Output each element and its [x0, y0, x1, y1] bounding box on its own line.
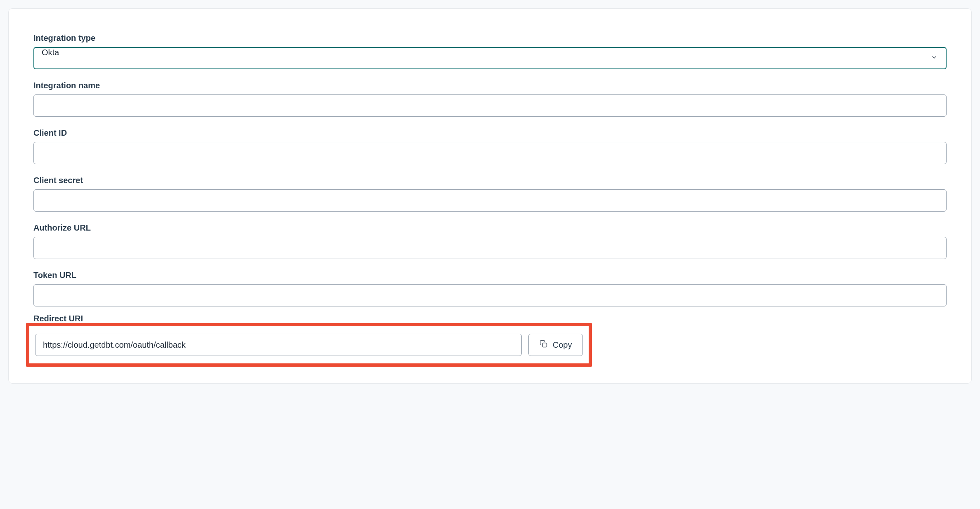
redirect-uri-input[interactable]: [35, 334, 522, 356]
field-redirect-uri: Redirect URI Copy: [33, 318, 947, 367]
integration-type-value: Okta: [42, 48, 59, 57]
integration-form-card: Integration type Okta Integration name C…: [8, 8, 972, 384]
label-client-secret: Client secret: [33, 176, 947, 185]
label-redirect-uri: Redirect URI: [33, 314, 83, 323]
label-integration-type: Integration type: [33, 33, 947, 43]
field-client-id: Client ID: [33, 128, 947, 164]
integration-name-input[interactable]: [33, 94, 947, 117]
integration-type-select-wrapper: Okta: [33, 47, 947, 69]
label-integration-name: Integration name: [33, 81, 947, 90]
copy-button[interactable]: Copy: [528, 334, 583, 356]
token-url-input[interactable]: [33, 284, 947, 306]
field-client-secret: Client secret: [33, 176, 947, 212]
svg-rect-0: [542, 343, 547, 347]
field-integration-type: Integration type Okta: [33, 33, 947, 69]
authorize-url-input[interactable]: [33, 237, 947, 259]
redirect-uri-highlight: Copy: [26, 323, 592, 367]
copy-icon: [540, 340, 548, 350]
field-token-url: Token URL: [33, 271, 947, 306]
redirect-label-wrap: Redirect URI: [33, 318, 947, 325]
field-integration-name: Integration name: [33, 81, 947, 117]
integration-type-select[interactable]: Okta: [33, 47, 947, 69]
client-secret-input[interactable]: [33, 189, 947, 212]
label-client-id: Client ID: [33, 128, 947, 138]
label-authorize-url: Authorize URL: [33, 223, 947, 233]
label-token-url: Token URL: [33, 271, 947, 280]
copy-button-label: Copy: [553, 340, 572, 350]
field-authorize-url: Authorize URL: [33, 223, 947, 259]
client-id-input[interactable]: [33, 142, 947, 164]
